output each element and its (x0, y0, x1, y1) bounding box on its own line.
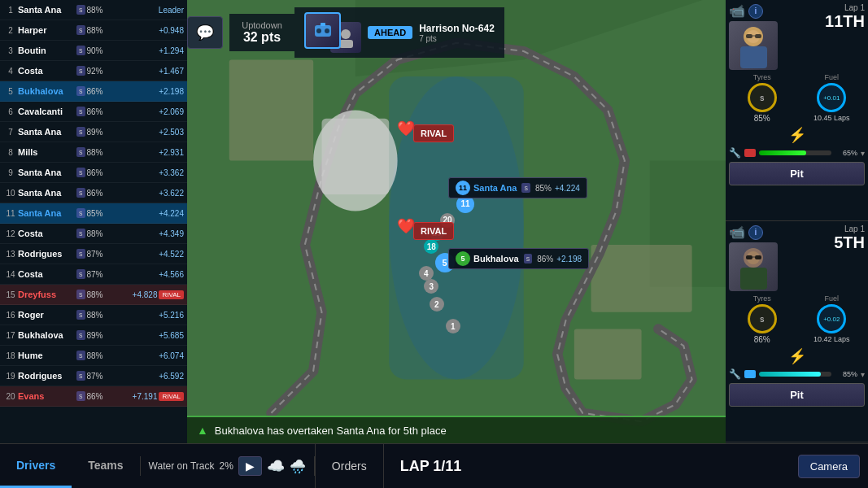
driver1-avatar-area: 📹 i (729, 3, 822, 70)
driver1-tyre-circle: s (748, 83, 777, 112)
popup-s-5: s (524, 254, 533, 264)
standings-row-19: 19 Rodrigues s 87% +6.592 (0, 366, 187, 386)
race-standings-panel: 1 Santa Ana s 88% Leader 2 Harper s 88% … (0, 0, 187, 443)
svg-rect-18 (755, 34, 761, 38)
pos-badge-5: 5 (456, 251, 470, 266)
standings-row-2: 2 Harper s 88% +0.948 (0, 20, 187, 41)
svg-rect-4 (591, 245, 692, 312)
weather-widget: Water on Track 2% ▶ ☁️ 🌧️ (140, 456, 315, 476)
driver2-tyres-box: Tyres s 86% (729, 294, 796, 344)
triangle-icon: ▲ (197, 424, 208, 437)
standings-row-20: 20 Evans s 86% +7.191 RIVAL (0, 386, 187, 407)
map-popup-11: 11 Santa Ana s 85% +4.224 (448, 177, 587, 198)
blue-indicator-2 (744, 370, 756, 378)
svg-rect-15 (740, 46, 767, 68)
driver1-progress-fill (759, 150, 806, 155)
svg-rect-21 (740, 268, 767, 290)
driver2-tyre-circle: s (748, 304, 777, 333)
map-rival-badge-top: RIVAL (413, 124, 454, 142)
race-map[interactable]: 11 20 19 18 5 4 3 2 1 RIVAL ❤️ RIVAL ❤️ … (187, 0, 726, 443)
popup-time-5: +2.198 (556, 255, 582, 264)
lap-text: LAP 1/11 (400, 458, 462, 475)
driver-cards-panel: 📹 i Lap 1 11TH (726, 0, 868, 443)
standings-row-15: 15 Dreyfuss s 88% +4.828 RIVAL (0, 285, 187, 305)
standings-row-18: 18 Hume s 88% +6.074 (0, 346, 187, 366)
standings-row-6: 6 Cavalcanti s 86% +2.069 (0, 102, 187, 122)
standings-row-17: 17 Bukhalova s 89% +5.685 (0, 325, 187, 346)
popup-pct-5: 86% (537, 255, 553, 264)
bottom-bar: Drivers Teams Water on Track 2% ▶ ☁️ 🌧️ … (0, 443, 868, 488)
tab-drivers[interactable]: Drivers (0, 444, 72, 488)
driver1-pos: 11TH (825, 12, 865, 31)
driver1-progress-row: 🔧 65% ▾ (729, 147, 865, 159)
driver2-progress-row: 🔧 85% ▾ (729, 368, 865, 380)
svg-rect-3 (229, 59, 313, 160)
standings-row-9: 9 Santa Ana s 86% +3.362 (0, 163, 187, 183)
standings-row-1: 1 Santa Ana s 88% Leader (0, 0, 187, 20)
driver2-lap: Lap 1 (834, 224, 865, 233)
driver2-lightning: ⚡ (788, 348, 806, 364)
map-car-4: 4 (419, 266, 434, 281)
water-label: Water on Track (149, 460, 215, 472)
caret-icon-2[interactable]: ▾ (861, 370, 865, 379)
tab-teams[interactable]: Teams (72, 444, 139, 488)
driver2-fuel-box: Fuel +0.02 10.42 Laps (799, 294, 866, 344)
cloud-icon: ☁️ (267, 457, 285, 475)
standings-row-12: 12 Costa s 88% +4.349 (0, 224, 187, 244)
standings-row-3: 3 Boutin s 90% +1.294 (0, 41, 187, 61)
driver1-avatar (729, 21, 778, 70)
driver1-tyres-box: Tyres s 85% (729, 73, 796, 123)
standings-row-7: 7 Santa Ana s 89% +2.503 (0, 122, 187, 142)
popup-pct-11: 85% (535, 184, 552, 193)
driver2-avatar-area: 📹 i (729, 224, 831, 291)
driver1-fuel-laps: 10.45 Laps (799, 114, 866, 122)
driver1-lightning: ⚡ (788, 127, 806, 143)
camera-icon-1: 📹 (729, 3, 745, 19)
standings-row-5: 5 Bukhalova s 86% +2.198 (0, 81, 187, 102)
driver2-fuel-arc: +0.02 (817, 304, 846, 333)
driver2-progress-track (759, 372, 831, 377)
standings-row-8: 8 Mills s 88% +2.931 (0, 142, 187, 163)
driver1-progress-track (759, 150, 831, 155)
driver2-fuel-laps: 10.42 Laps (799, 335, 866, 343)
driver2-pos: 5TH (834, 233, 865, 252)
driver2-progress-fill (759, 372, 821, 377)
svg-rect-5 (574, 329, 642, 379)
standings-row-11: 11 Santa Ana s 85% +4.224 (0, 203, 187, 224)
popup-name-5: Bukhalova (473, 254, 519, 264)
driver1-progress-pct: 65% (835, 149, 857, 157)
standings-row-16: 16 Roger s 88% +5.216 (0, 305, 187, 325)
notification-banner: ▲ Bukhalova has overtaken Santa Ana for … (187, 416, 726, 443)
map-popup-5: 5 Bukhalova s 86% +2.198 (448, 248, 589, 269)
popup-name-11: Santa Ana (473, 183, 517, 193)
map-rival-badge-bottom: RIVAL (413, 222, 454, 240)
rival-heart-icon: ❤️ (397, 120, 415, 137)
pit-button-1[interactable]: Pit (729, 162, 865, 185)
svg-rect-23 (746, 255, 752, 259)
info-button-2[interactable]: i (748, 225, 763, 240)
standings-row-4: 4 Costa s 92% +1.467 (0, 61, 187, 81)
lap-display: LAP 1/11 (384, 458, 478, 475)
weather-arrow-button[interactable]: ▶ (238, 456, 262, 476)
standings-row-10: 10 Santa Ana s 86% +3.622 (0, 183, 187, 203)
caret-icon-1[interactable]: ▾ (861, 149, 865, 158)
camera-icon-2: 📹 (729, 224, 745, 240)
driver2-avatar (729, 242, 778, 291)
driver1-lap: Lap 1 (825, 3, 865, 12)
driver1-tyre-pct: 85% (729, 114, 796, 123)
driver-card-2: 📹 i Lap 1 5TH (726, 221, 868, 442)
popup-s-11: s (521, 183, 530, 193)
svg-rect-24 (755, 255, 761, 259)
pit-button-2[interactable]: Pit (729, 383, 865, 407)
standings-row-13: 13 Rodrigues s 87% +4.522 (0, 244, 187, 264)
map-car-2: 2 (430, 297, 444, 312)
orders-button[interactable]: Orders (315, 444, 384, 488)
driver1-fuel-arc: +0.01 (817, 83, 846, 112)
camera-button[interactable]: Camera (798, 455, 860, 478)
driver2-progress-pct: 85% (835, 370, 857, 378)
svg-rect-7 (322, 119, 390, 194)
standings-row-14: 14 Costa s 87% +4.566 (0, 264, 187, 285)
info-button-1[interactable]: i (748, 4, 763, 19)
driver-card-1: 📹 i Lap 1 11TH (726, 0, 868, 221)
red-indicator-1 (744, 149, 756, 157)
